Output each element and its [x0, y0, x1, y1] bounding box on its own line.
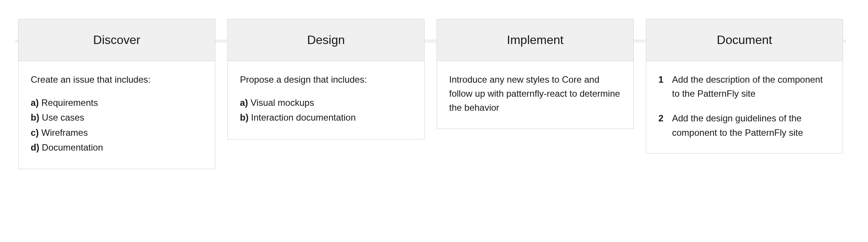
item-text: Wireframes: [41, 127, 88, 138]
step-item: b) Use cases: [31, 110, 203, 124]
numbered-item: 1 Add the description of the component t…: [658, 72, 830, 101]
step-item: a) Visual mockups: [240, 96, 412, 110]
step-item: d) Documentation: [31, 140, 203, 154]
step-card-implement: Implement Introduce any new styles to Co…: [437, 19, 634, 129]
item-marker: b): [240, 112, 249, 123]
item-text: Interaction documentation: [251, 112, 356, 123]
numbered-item: 2 Add the design guidelines of the compo…: [658, 111, 830, 139]
step-card-discover: Discover Create an issue that includes: …: [18, 19, 215, 169]
item-marker: a): [31, 97, 39, 108]
item-marker: c): [31, 127, 39, 138]
step-body: Introduce any new styles to Core and fol…: [437, 61, 633, 129]
step-paragraph: Introduce any new styles to Core and fol…: [449, 72, 621, 115]
item-marker: d): [31, 142, 39, 152]
item-text: Documentation: [42, 142, 103, 152]
step-title: Implement: [437, 19, 633, 61]
connector: [425, 39, 437, 42]
item-text: Visual mockups: [251, 97, 314, 108]
step-lead: Create an issue that includes:: [31, 72, 203, 86]
step-body: Create an issue that includes: a) Requir…: [19, 61, 215, 169]
step-item-list: a) Visual mockups b) Interaction documen…: [240, 96, 412, 124]
step-item: a) Requirements: [31, 96, 203, 110]
step-body: Propose a design that includes: a) Visua…: [228, 61, 424, 139]
connector-end: [843, 39, 846, 42]
step-card-design: Design Propose a design that includes: a…: [227, 19, 425, 140]
step-body: 1 Add the description of the component t…: [646, 61, 843, 153]
step-item: b) Interaction documentation: [240, 110, 412, 124]
step-item-list: a) Requirements b) Use cases c) Wirefram…: [31, 96, 203, 154]
item-text: Use cases: [42, 112, 84, 123]
item-text: Add the description of the component to …: [672, 72, 830, 101]
connector-start: [15, 39, 18, 42]
item-marker: b): [31, 112, 39, 123]
item-text: Add the design guidelines of the compone…: [672, 111, 830, 139]
numbered-list: 1 Add the description of the component t…: [658, 72, 830, 140]
step-lead: Propose a design that includes:: [240, 72, 412, 86]
process-diagram: Discover Create an issue that includes: …: [0, 0, 868, 242]
step-item: c) Wireframes: [31, 126, 203, 140]
connector: [215, 39, 227, 42]
connector: [634, 39, 646, 42]
step-title: Design: [228, 19, 424, 61]
step-row: Discover Create an issue that includes: …: [15, 19, 853, 169]
step-title: Discover: [19, 19, 215, 61]
step-card-document: Document 1 Add the description of the co…: [646, 19, 843, 154]
item-marker: a): [240, 97, 248, 108]
item-number: 1: [658, 72, 664, 101]
item-number: 2: [658, 111, 664, 139]
item-text: Requirements: [41, 97, 98, 108]
step-title: Document: [646, 19, 843, 61]
